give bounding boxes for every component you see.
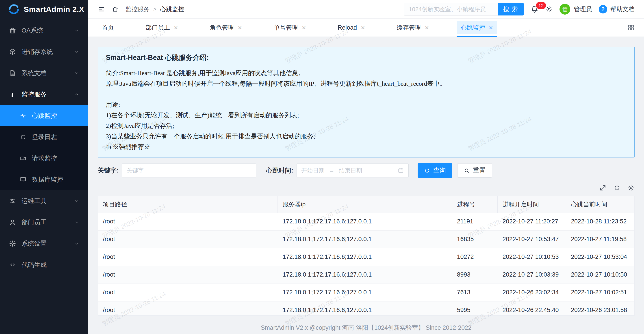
- tab-employees[interactable]: 部门员工×: [142, 19, 182, 37]
- keyword-label: 关键字:: [98, 166, 118, 175]
- chevron-down-icon: [74, 198, 79, 204]
- tab-heartbeat[interactable]: 心跳监控×: [456, 19, 497, 37]
- sidebar-item-label: 部门员工: [22, 218, 46, 227]
- sidebar-item-label: 数据库监控: [32, 175, 63, 184]
- sidebar-item-ops-tools[interactable]: 运维工具: [0, 190, 88, 211]
- sidebar-item-label: OA系统: [22, 26, 43, 35]
- tab-cache[interactable]: 缓存管理×: [393, 19, 433, 37]
- tab-close-icon[interactable]: ×: [174, 24, 178, 31]
- cell-pid: 21191: [452, 213, 498, 230]
- tab-roles[interactable]: 角色管理×: [206, 19, 246, 37]
- cell-start-time: 2022-10-27 10:10:53: [498, 248, 566, 266]
- notification-badge: 12: [535, 1, 547, 10]
- cell-beat-time: 2022-10-27 10:10:50: [566, 266, 634, 283]
- breadcrumb-separator: >: [153, 6, 156, 12]
- column-settings-icon[interactable]: [628, 184, 634, 191]
- table-row: /root 172.18.0.1;172.17.16.6;127.0.0.1 8…: [98, 266, 634, 283]
- cell-server-ip: 172.18.0.1;172.17.16.6;127.0.0.1: [278, 283, 452, 301]
- sidebar-item-heartbeat[interactable]: 心跳监控: [0, 105, 88, 126]
- cell-pid: 7613: [452, 283, 498, 301]
- sidebar-item-oa[interactable]: OA系统: [0, 20, 88, 41]
- cell-project-path: /root: [98, 230, 278, 248]
- chevron-down-icon: [74, 71, 79, 76]
- intro-line: 3)当某些业务只允许有一个服务启动的时候,用于排查是否别人也启动的服务;: [106, 131, 626, 142]
- date-range-picker[interactable]: 开始日期 → 结束日期: [296, 164, 409, 177]
- tab-reload[interactable]: Reload×: [334, 19, 369, 37]
- help-icon[interactable]: ?: [599, 5, 607, 14]
- cell-project-path: /root: [98, 301, 278, 315]
- app-root: SmartAdmin 2.X OA系统 进销存系统 系统文档 监控服务: [0, 0, 644, 334]
- logo[interactable]: SmartAdmin 2.X: [0, 0, 88, 19]
- home-icon[interactable]: [112, 6, 119, 13]
- sidebar-item-login-log[interactable]: 登录日志: [0, 126, 88, 148]
- chevron-up-icon: [74, 92, 79, 97]
- notifications-button[interactable]: 12: [530, 5, 539, 14]
- chevron-down-icon: [74, 49, 79, 55]
- chevron-down-icon: [74, 28, 79, 33]
- cell-beat-time: 2022-10-27 11:19:58: [566, 230, 634, 248]
- sidebar-item-request-monitor[interactable]: 请求监控: [0, 148, 88, 169]
- cell-pid: 10272: [452, 248, 498, 266]
- tab-close-icon[interactable]: ×: [425, 24, 429, 31]
- breadcrumb-section[interactable]: 监控服务: [126, 5, 150, 13]
- cell-start-time: 2022-10-27 11:20:27: [498, 213, 566, 230]
- column-header-beat-time: 心跳当前时间: [566, 196, 634, 213]
- sidebar-item-employees[interactable]: 部门员工: [0, 211, 88, 233]
- avatar[interactable]: 管: [560, 4, 570, 15]
- user-icon: [9, 219, 16, 226]
- fullscreen-icon[interactable]: [600, 184, 606, 191]
- sidebar-item-code-gen[interactable]: 代码生成: [0, 254, 88, 275]
- refresh-icon[interactable]: [614, 184, 620, 191]
- gear-icon: [9, 240, 16, 247]
- tab-close-icon[interactable]: ×: [489, 24, 493, 31]
- column-header-server-ip: 服务器ip: [278, 196, 452, 213]
- sidebar-item-label: 运维工具: [22, 197, 46, 205]
- help-doc-link[interactable]: 帮助文档: [610, 5, 634, 13]
- reset-button-label: 重置: [473, 166, 486, 175]
- tab-label: 单号管理: [274, 24, 298, 32]
- page-content: Smart-Heart-Beat 心跳服务介绍: 简介:Smart-Heart-…: [88, 37, 644, 321]
- tabbar: 首页 部门员工× 角色管理× 单号管理× Reload× 缓存管理× 心跳监控×: [88, 19, 644, 37]
- search-icon: [464, 168, 470, 174]
- query-button[interactable]: 查询: [418, 163, 452, 178]
- tab-serial-number[interactable]: 单号管理×: [270, 19, 310, 37]
- intro-line: 原理:Java后端会在项目启动的时候开启一个线程,每隔一段时间将该应用的IP、进…: [106, 78, 626, 89]
- chevron-down-icon: [74, 241, 79, 246]
- tab-label: 角色管理: [210, 24, 234, 32]
- tab-close-icon[interactable]: ×: [238, 24, 242, 31]
- menu-fold-icon[interactable]: [98, 6, 105, 13]
- user-name[interactable]: 管理员: [574, 5, 592, 13]
- sidebar-item-docs[interactable]: 系统文档: [0, 62, 88, 84]
- settings-gear-icon[interactable]: [546, 6, 553, 13]
- date-start-placeholder: 开始日期: [301, 167, 324, 175]
- tab-close-icon[interactable]: ×: [361, 24, 365, 31]
- cell-start-time: 2022-10-27 10:03:39: [498, 266, 566, 283]
- cell-start-time: 2022-10-27 10:53:47: [498, 230, 566, 248]
- grid-icon[interactable]: [628, 24, 634, 31]
- table-row: /root 172.18.0.1;172.17.16.6;127.0.0.1 2…: [98, 213, 634, 230]
- table-row: /root 172.18.0.1;172.17.16.6;127.0.0.1 5…: [98, 301, 634, 315]
- tab-label: Reload: [338, 24, 357, 31]
- cell-project-path: /root: [98, 213, 278, 230]
- sidebar-item-label: 登录日志: [32, 133, 57, 141]
- table-header-row: 项目路径 服务器ip 进程号 进程开启时间 心跳当前时间: [98, 196, 634, 213]
- sidebar-item-db-monitor[interactable]: 数据库监控: [0, 169, 88, 190]
- sidebar-item-monitor[interactable]: 监控服务: [0, 84, 88, 105]
- cell-start-time: 2022-10-26 22:45:40: [498, 301, 566, 315]
- intro-line: 1)在各个环境(无论开发、测试、生产)能统一看到所有启动的服务列表;: [106, 110, 626, 120]
- tab-home[interactable]: 首页: [98, 19, 118, 37]
- box-icon: [9, 48, 16, 55]
- intro-line: [106, 89, 626, 99]
- reset-button[interactable]: 重置: [457, 163, 492, 178]
- database-monitor-icon: [20, 176, 26, 183]
- intro-line: 简介:Smart-Heart-Beat 是心跳服务,用于监测Java应用的状态等…: [106, 68, 626, 78]
- cell-server-ip: 172.18.0.1;172.17.16.6;127.0.0.1: [278, 266, 452, 283]
- breadcrumb: 监控服务 > 心跳监控: [126, 5, 184, 13]
- keyword-input[interactable]: [122, 164, 256, 177]
- sidebar-item-settings[interactable]: 系统设置: [0, 233, 88, 254]
- cell-beat-time: 2022-10-28 11:23:52: [566, 213, 634, 230]
- sidebar-item-inventory[interactable]: 进销存系统: [0, 41, 88, 62]
- tab-close-icon[interactable]: ×: [302, 24, 306, 31]
- search-button[interactable]: 搜 索: [498, 3, 524, 16]
- search-input[interactable]: [404, 3, 498, 16]
